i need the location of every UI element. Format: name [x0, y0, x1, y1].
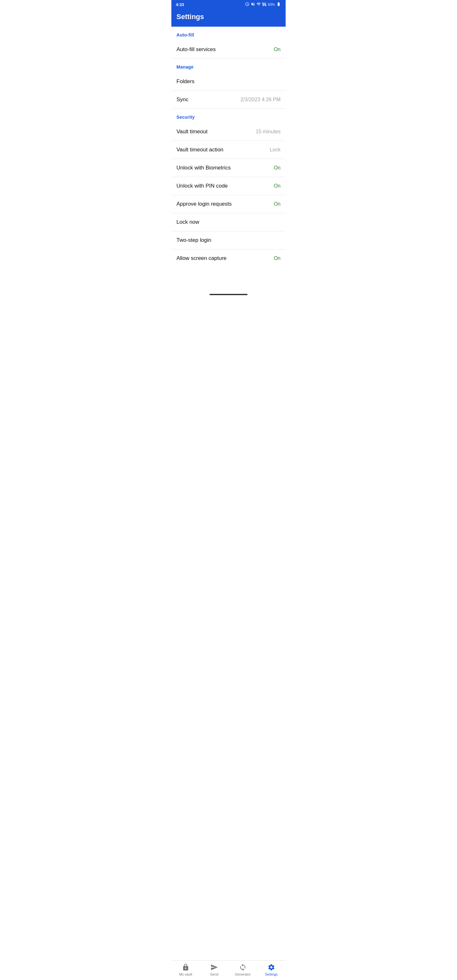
- setting-label-sync: Sync: [177, 97, 188, 103]
- setting-row-folders[interactable]: Folders: [171, 73, 286, 91]
- setting-value-unlock-pin: On: [274, 183, 280, 189]
- setting-label-approve-login: Approve login requests: [177, 201, 232, 207]
- setting-row-lock-now[interactable]: Lock now: [171, 213, 286, 231]
- setting-label-lock-now: Lock now: [177, 219, 199, 225]
- setting-value-unlock-biometrics: On: [274, 165, 280, 171]
- setting-value-vault-timeout: 15 minutes: [256, 129, 280, 135]
- setting-label-autofill-services: Auto-fill services: [177, 46, 216, 52]
- setting-label-two-step-login: Two-step login: [177, 237, 211, 243]
- signal-icon: [262, 2, 267, 7]
- status-icons: 63%: [245, 2, 281, 7]
- setting-value-approve-login: On: [274, 201, 280, 207]
- setting-label-vault-timeout-action: Vault timeout action: [177, 146, 223, 153]
- wifi-icon: [256, 2, 261, 7]
- setting-row-sync[interactable]: Sync 2/3/2023 4:26 PM: [171, 91, 286, 109]
- setting-label-allow-screen-capture: Allow screen capture: [177, 255, 226, 261]
- section-header-security: Security: [171, 109, 286, 123]
- setting-row-allow-screen-capture[interactable]: Allow screen capture On: [171, 250, 286, 267]
- section-header-manage: Manage: [171, 59, 286, 73]
- setting-value-sync: 2/3/2023 4:26 PM: [240, 97, 280, 102]
- setting-row-unlock-biometrics[interactable]: Unlock with Biometrics On: [171, 159, 286, 177]
- setting-row-vault-timeout-action[interactable]: Vault timeout action Lock: [171, 141, 286, 159]
- page-title: Settings: [177, 13, 204, 21]
- setting-row-vault-timeout[interactable]: Vault timeout 15 minutes: [171, 123, 286, 141]
- mute-icon: [251, 2, 255, 7]
- setting-value-vault-timeout-action: Lock: [270, 147, 280, 153]
- setting-label-vault-timeout: Vault timeout: [177, 129, 207, 135]
- setting-row-unlock-pin[interactable]: Unlock with PIN code On: [171, 177, 286, 195]
- setting-row-two-step-login[interactable]: Two-step login: [171, 231, 286, 250]
- battery-icon: [276, 2, 281, 7]
- setting-row-approve-login[interactable]: Approve login requests On: [171, 195, 286, 213]
- setting-label-unlock-biometrics: Unlock with Biometrics: [177, 165, 231, 171]
- setting-value-allow-screen-capture: On: [274, 256, 280, 261]
- setting-value-autofill-services: On: [274, 47, 280, 52]
- bottom-indicator: [209, 294, 248, 295]
- battery-status: 63%: [268, 3, 275, 6]
- alarm-icon: [245, 2, 250, 7]
- status-bar: 4:33 63%: [171, 0, 286, 9]
- settings-content: Auto-fill Auto-fill services On Manage F…: [171, 27, 286, 293]
- app-bar: Settings: [171, 9, 286, 27]
- setting-label-folders: Folders: [177, 78, 194, 85]
- status-time: 4:33: [176, 2, 184, 7]
- setting-row-autofill-services[interactable]: Auto-fill services On: [171, 41, 286, 59]
- setting-label-unlock-pin: Unlock with PIN code: [177, 183, 228, 189]
- section-header-autofill: Auto-fill: [171, 27, 286, 41]
